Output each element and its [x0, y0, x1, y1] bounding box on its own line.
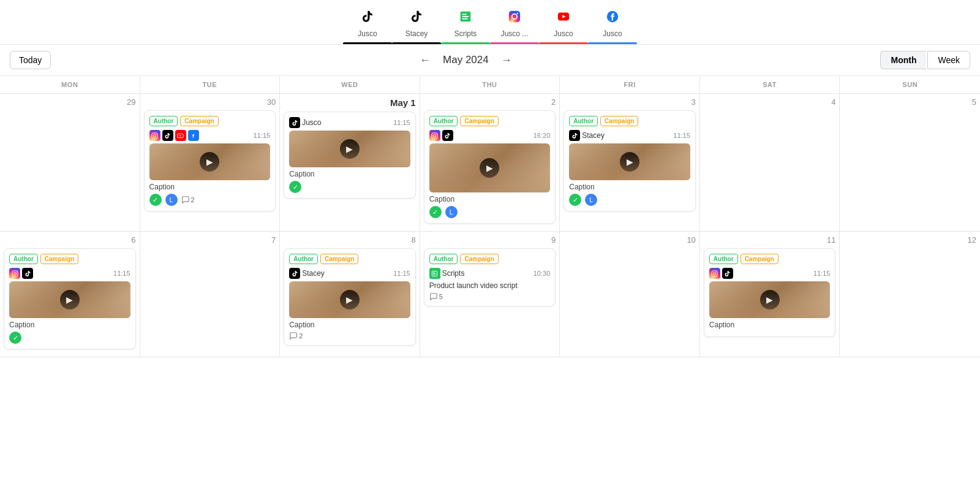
tab-scripts[interactable]: Scripts — [441, 5, 490, 44]
play-btn-apr30[interactable]: ▶ — [200, 152, 219, 172]
event-time-may11: 11:15 — [813, 270, 831, 277]
date-may1: May 1 — [284, 97, 416, 108]
next-month-button[interactable]: → — [496, 51, 517, 69]
day-may9: 9 Author Campaign Scripts 10:30 Product … — [420, 232, 560, 357]
svg-rect-10 — [152, 132, 157, 138]
event-time-may9: 10:30 — [533, 270, 551, 277]
svg-point-6 — [517, 13, 518, 14]
event-footer-may2: ✓ L — [429, 206, 551, 218]
day-may6: 6 Author Campaign 11:15 ▶ C — [0, 232, 140, 357]
scripts-icon — [459, 10, 472, 27]
tab-stacey[interactable]: Stacey — [392, 5, 441, 44]
event-footer-may8: 2 — [289, 332, 410, 340]
svg-marker-14 — [180, 135, 182, 137]
day-may8: 8 Author Campaign Stacey 11:15 ▶ Caption — [280, 232, 420, 357]
prev-month-button[interactable]: ← — [415, 51, 435, 69]
tab-jusco-instagram[interactable]: Jusco ... — [490, 5, 539, 44]
tag-author-may11: Author — [709, 254, 738, 264]
day-may1: May 1 Jusco 11:15 ▶ Caption ✓ — [280, 94, 420, 232]
tag-campaign-may3: Campaign — [600, 116, 638, 126]
tab-jusco-facebook[interactable]: Jusco — [588, 5, 637, 44]
svg-rect-1 — [462, 13, 467, 15]
tag-campaign-may2: Campaign — [460, 116, 498, 126]
tab-label-stacey: Stacey — [405, 29, 428, 38]
tab-label-scripts: Scripts — [454, 29, 477, 38]
tab-jusco-youtube[interactable]: Jusco — [539, 5, 588, 44]
day-may12: 12 — [840, 232, 980, 357]
event-row-may9: Scripts 10:30 — [429, 268, 551, 279]
event-footer-may3: ✓ L — [569, 194, 690, 206]
instagram-icon-may2 — [429, 130, 440, 141]
event-may1[interactable]: Jusco 11:15 ▶ Caption ✓ — [284, 112, 416, 199]
week-2: 6 Author Campaign 11:15 ▶ C — [0, 232, 980, 357]
month-nav: ← May 2024 → — [415, 51, 517, 69]
today-button[interactable]: Today — [10, 51, 51, 69]
comment-badge-may8: 2 — [289, 332, 303, 340]
tag-campaign-may6: Campaign — [40, 254, 78, 264]
view-toggle: Month Week — [880, 51, 970, 69]
svg-rect-23 — [433, 273, 436, 274]
event-thumb-may3: ▶ — [569, 143, 690, 180]
tiktok-icon — [361, 10, 374, 27]
platform-icons-may2 — [429, 130, 453, 141]
play-btn-may8[interactable]: ▶ — [340, 290, 360, 310]
svg-point-12 — [156, 134, 157, 134]
month-view-button[interactable]: Month — [880, 51, 926, 69]
date-may6: 6 — [4, 235, 136, 245]
event-time-may6: 11:15 — [113, 270, 130, 277]
event-caption-apr30: Caption — [149, 183, 271, 191]
platform-icons-may3: Stacey — [569, 130, 605, 141]
day-may3: 3 Author Campaign Stacey 11:15 ▶ Caption — [560, 94, 700, 232]
facebook-icon-apr30 — [188, 130, 199, 141]
event-time-may8: 11:15 — [393, 270, 410, 277]
event-caption-may6: Caption — [9, 321, 130, 329]
event-row-apr30: 11:15 — [149, 130, 271, 141]
play-btn-may11[interactable]: ▶ — [760, 290, 780, 310]
event-thumb-may1: ▶ — [289, 131, 410, 167]
status-check-may2: ✓ — [429, 206, 442, 218]
event-tags-may3: Author Campaign — [569, 116, 690, 126]
status-blue-may3: L — [585, 194, 597, 206]
tiktok-icon-may1 — [289, 117, 300, 128]
platform-name-may1: Jusco — [302, 118, 321, 127]
status-check-apr30: ✓ — [149, 194, 162, 206]
event-may3[interactable]: Author Campaign Stacey 11:15 ▶ Caption ✓… — [564, 110, 696, 211]
scripts-icon-may9 — [429, 268, 440, 279]
event-thumb-apr30: ▶ — [149, 143, 271, 180]
tag-author-may8: Author — [289, 254, 318, 264]
date-may5: 5 — [843, 97, 976, 107]
play-btn-may2[interactable]: ▶ — [480, 158, 499, 178]
date-apr30: 30 — [144, 97, 276, 107]
tiktok-icon-apr30 — [162, 130, 173, 141]
event-apr30[interactable]: Author Campaign — [144, 110, 276, 211]
event-may8[interactable]: Author Campaign Stacey 11:15 ▶ Caption — [284, 248, 416, 346]
event-may9-script[interactable]: Author Campaign Scripts 10:30 Product la… — [424, 248, 556, 306]
day-may5: 5 — [840, 94, 980, 232]
status-check-may6: ✓ — [9, 332, 21, 344]
svg-rect-25 — [712, 270, 717, 276]
event-may2[interactable]: Author Campaign 16:20 ▶ Caption — [424, 110, 556, 224]
event-may11[interactable]: Author Campaign 11:15 ▶ Caption — [704, 248, 836, 337]
tab-jusco1[interactable]: Jusco — [343, 5, 392, 44]
tag-author-may9: Author — [429, 254, 458, 264]
status-blue-apr30: L — [165, 194, 178, 206]
svg-point-16 — [434, 134, 436, 137]
event-may6[interactable]: Author Campaign 11:15 ▶ Caption — [4, 248, 136, 349]
event-row-may1: Jusco 11:15 — [289, 117, 410, 128]
play-btn-may1[interactable]: ▶ — [340, 139, 360, 159]
platform-icons-may11 — [709, 268, 733, 279]
event-tags-may8: Author Campaign — [289, 254, 410, 264]
date-may11: 11 — [704, 235, 836, 245]
date-may7: 7 — [144, 235, 276, 245]
play-btn-may3[interactable]: ▶ — [620, 152, 639, 172]
day-apr29: 29 — [0, 94, 140, 232]
svg-point-27 — [716, 272, 717, 272]
play-btn-may6[interactable]: ▶ — [60, 290, 80, 310]
day-may4: 4 — [700, 94, 840, 232]
event-tags-may2: Author Campaign — [429, 116, 551, 126]
event-thumb-may8: ▶ — [289, 281, 410, 318]
day-header-sun: SUN — [840, 76, 980, 94]
status-check-may3: ✓ — [569, 194, 581, 206]
event-thumb-may6: ▶ — [9, 281, 130, 318]
week-view-button[interactable]: Week — [927, 51, 970, 69]
